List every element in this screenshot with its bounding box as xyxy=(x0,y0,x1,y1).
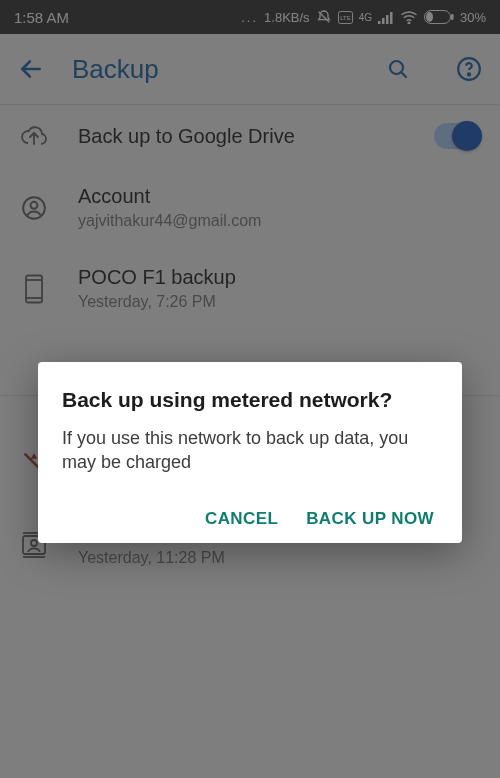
metered-network-dialog: Back up using metered network? If you us… xyxy=(38,362,462,543)
backup-now-button[interactable]: BACK UP NOW xyxy=(306,509,434,529)
dialog-body: If you use this network to back up data,… xyxy=(62,426,438,475)
cancel-button[interactable]: CANCEL xyxy=(205,509,278,529)
dialog-title: Back up using metered network? xyxy=(62,388,438,412)
